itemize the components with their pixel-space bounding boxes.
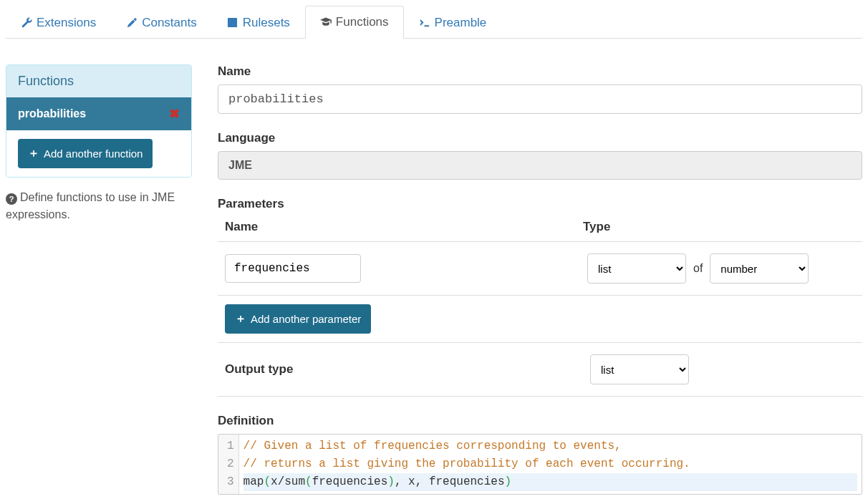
parameter-subtype-select[interactable]: number	[710, 253, 809, 284]
field-definition: Definition 1 2 3 // Given a list of freq…	[218, 414, 862, 495]
language-select[interactable]: JME	[218, 151, 862, 180]
language-label: Language	[218, 131, 862, 145]
tab-label: Extensions	[37, 16, 96, 30]
parameters-label: Parameters	[218, 197, 862, 211]
graduation-cap-icon	[320, 16, 332, 28]
code-lines: // Given a list of frequencies correspon…	[239, 435, 862, 494]
tab-constants[interactable]: Constants	[111, 6, 212, 39]
wrench-icon	[21, 17, 32, 29]
plus-icon: ＋	[28, 146, 39, 161]
functions-panel: Functions probabilities ✖ ＋ Add another …	[6, 64, 192, 178]
add-param-row: ＋ Add another parameter	[218, 295, 862, 343]
tab-preamble[interactable]: Preamble	[404, 6, 502, 39]
tab-label: Rulesets	[243, 16, 290, 30]
delete-function-icon[interactable]: ✖	[169, 106, 180, 122]
param-header-type: Type	[583, 220, 610, 234]
definition-label: Definition	[218, 414, 862, 428]
button-label: Add another function	[44, 147, 143, 160]
output-type-select[interactable]: list	[590, 354, 689, 384]
param-header-name: Name	[218, 220, 583, 234]
name-input[interactable]	[218, 84, 862, 114]
tabs-bar: Extensions Constants Rulesets Functions …	[6, 6, 862, 39]
parameter-type-select[interactable]: list	[587, 253, 686, 284]
tab-label: Functions	[336, 15, 389, 29]
tab-label: Constants	[142, 16, 197, 30]
code-line: map(x/sum(frequencies), x, frequencies)	[243, 473, 857, 491]
help-text: ?Define functions to use in JME expressi…	[6, 189, 192, 223]
button-label: Add another parameter	[251, 313, 361, 325]
of-text: of	[693, 262, 703, 275]
tab-functions[interactable]: Functions	[305, 6, 404, 39]
code-line: // Given a list of frequencies correspon…	[243, 437, 857, 455]
add-function-button[interactable]: ＋ Add another function	[18, 139, 153, 168]
tab-rulesets[interactable]: Rulesets	[212, 6, 305, 39]
tab-label: Preamble	[435, 16, 487, 30]
output-type-label: Output type	[225, 362, 590, 377]
output-type-row: Output type list	[218, 343, 862, 397]
name-label: Name	[218, 64, 862, 79]
panel-footer: ＋ Add another function	[6, 130, 191, 177]
parameter-name-input[interactable]	[225, 254, 361, 283]
sidebar: Functions probabilities ✖ ＋ Add another …	[6, 64, 192, 500]
field-parameters: Parameters Name Type list of number ＋	[218, 197, 862, 397]
code-gutter: 1 2 3	[218, 435, 239, 494]
main-form: Name Language JME Parameters Name Type l…	[218, 64, 862, 500]
param-header: Name Type	[218, 217, 862, 241]
function-item-label: probabilities	[18, 107, 86, 120]
parameter-row: list of number	[218, 241, 862, 295]
panel-title: Functions	[6, 65, 191, 97]
tab-extensions[interactable]: Extensions	[6, 6, 111, 39]
list-icon	[227, 17, 238, 29]
content: Functions probabilities ✖ ＋ Add another …	[6, 39, 862, 500]
help-text-content: Define functions to use in JME expressio…	[6, 191, 175, 220]
function-item-probabilities[interactable]: probabilities ✖	[6, 97, 191, 130]
field-name: Name	[218, 64, 862, 114]
field-language: Language JME	[218, 131, 862, 180]
pencil-icon	[126, 17, 138, 29]
help-icon: ?	[6, 193, 17, 205]
code-line: // returns a list giving the probability…	[243, 455, 857, 473]
add-parameter-button[interactable]: ＋ Add another parameter	[225, 304, 371, 334]
code-editor[interactable]: 1 2 3 // Given a list of frequencies cor…	[218, 434, 862, 495]
terminal-icon	[419, 17, 430, 29]
plus-icon: ＋	[235, 311, 246, 326]
